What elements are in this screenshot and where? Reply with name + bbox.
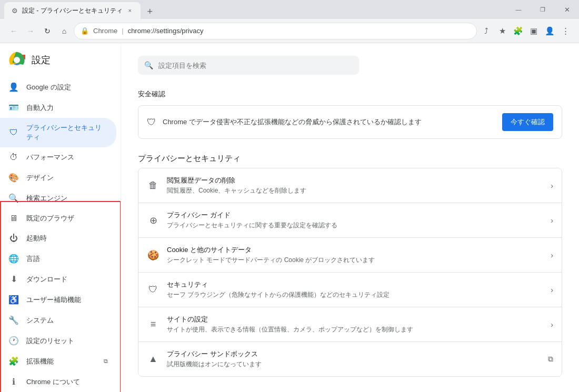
sidebar-header: 設定: [0, 47, 121, 77]
row-icon-privacy-guide: ⊕: [147, 215, 159, 226]
privacy-row-privacy-guide[interactable]: ⊕ プライバシー ガイド プライバシーとセキュリティに関する重要な設定を確認する…: [138, 203, 562, 238]
sidebar-label-download: ダウンロード: [26, 275, 108, 284]
privacy-row-sandbox[interactable]: ▲ プライバシー サンドボックス 試用版機能はオンになっています ⧉: [138, 342, 562, 376]
sidebar-icon-autofill: 🪪: [8, 103, 19, 113]
new-tab-button[interactable]: +: [143, 4, 157, 19]
extensions-button[interactable]: 🧩: [511, 24, 525, 38]
sidebar-label-about: Chrome について: [26, 377, 108, 387]
row-content-cookies: Cookie と他のサイトデータ シークレット モードでサードパーティの Coo…: [167, 245, 543, 265]
row-icon-cookies: 🍪: [147, 249, 159, 261]
share-button[interactable]: ⤴: [479, 24, 494, 38]
sidebar-icon-accessibility: ♿: [8, 295, 19, 305]
omnibox-security-icon: 🔒: [81, 27, 89, 35]
minimize-button[interactable]: —: [506, 0, 531, 19]
restore-button[interactable]: ❐: [531, 0, 555, 19]
sidebar-icon-reset: 🕐: [8, 336, 19, 346]
sidebar-icon-about: ℹ: [8, 377, 19, 387]
sidebar-item-system[interactable]: 🔧 システム: [0, 310, 116, 330]
sidebar-label-search: 検索エンジン: [26, 194, 108, 203]
sidebar-item-reset[interactable]: 🕐 設定のリセット: [0, 330, 116, 351]
sidebar-item-about[interactable]: ℹ Chrome について: [0, 371, 116, 392]
row-title-site-settings: サイトの設定: [167, 315, 543, 324]
sidebar-label-startup: 起動時: [26, 234, 108, 243]
profile-button[interactable]: 👤: [542, 24, 557, 38]
privacy-settings-card: 🗑 閲覧履歴データの削除 閲覧履歴、Cookie、キャッシュなどを削除します ›…: [138, 168, 562, 377]
sidebar-label-google: Google の設定: [26, 83, 108, 92]
row-chevron-sandbox: ⧉: [548, 355, 553, 364]
sidebar-icon-extensions: 🧩: [8, 356, 19, 366]
sidebar-icon-startup: ⏻: [8, 234, 19, 243]
safety-check-button[interactable]: 今すぐ確認: [502, 113, 553, 131]
sidebar-label-system: システム: [26, 316, 108, 325]
tab-favicon: ⚙: [11, 6, 19, 15]
row-title-cookies: Cookie と他のサイトデータ: [167, 245, 543, 255]
safety-shield-icon: 🛡: [147, 117, 156, 128]
row-desc-security: セーフ ブラウジング（危険なサイトからの保護機能）などのセキュリティ設定: [167, 290, 543, 299]
safety-banner: 🛡 Chrome でデータ侵害や不正な拡張機能などの脅威から保護されているか確認…: [138, 105, 562, 139]
toolbar-icons: ⤴ ★ 🧩 ▣ 👤 ⋮: [479, 24, 573, 38]
row-desc-site-settings: サイトが使用、表示できる情報（位置情報、カメラ、ポップアップなど）を制御します: [167, 325, 543, 334]
sidebar-label-browser: 既定のブラウザ: [26, 214, 108, 223]
settings-search-input[interactable]: [158, 62, 353, 69]
split-button[interactable]: ▣: [526, 24, 541, 38]
row-icon-security: 🛡: [147, 284, 159, 295]
forward-button[interactable]: →: [23, 24, 38, 38]
active-tab[interactable]: ⚙ 設定 - プライバシーとセキュリティ ×: [4, 2, 141, 19]
sidebar-item-google[interactable]: 👤 Google の設定: [0, 77, 116, 97]
row-icon-history: 🗑: [147, 180, 159, 191]
row-title-privacy-guide: プライバシー ガイド: [167, 210, 543, 220]
sidebar-item-extensions[interactable]: 🧩 拡張機能 ⧉: [0, 351, 116, 371]
sidebar-item-design[interactable]: 🎨 デザイン: [0, 167, 116, 188]
row-chevron-cookies: ›: [551, 251, 553, 259]
sidebar-label-language: 言語: [26, 254, 108, 264]
tab-close-button[interactable]: ×: [126, 6, 134, 15]
row-chevron-site-settings: ›: [551, 320, 553, 329]
search-icon: 🔍: [144, 61, 153, 69]
omnibox[interactable]: 🔒 Chrome | chrome://settings/privacy: [74, 23, 477, 39]
sidebar-item-search[interactable]: 🔍 検索エンジン: [0, 188, 116, 208]
row-content-privacy-guide: プライバシー ガイド プライバシーとセキュリティに関する重要な設定を確認する: [167, 210, 543, 230]
window-controls: — ❐ ✕: [506, 0, 579, 19]
privacy-row-cookies[interactable]: 🍪 Cookie と他のサイトデータ シークレット モードでサードパーティの C…: [138, 238, 562, 273]
refresh-button[interactable]: ↻: [40, 24, 55, 38]
sidebar-icon-performance: ⏱: [8, 153, 19, 162]
sidebar-item-accessibility[interactable]: ♿ ユーザー補助機能: [0, 289, 116, 310]
sidebar-item-download[interactable]: ⬇ ダウンロード: [0, 269, 116, 289]
sidebar-icon-design: 🎨: [8, 173, 19, 183]
row-title-sandbox: プライバシー サンドボックス: [167, 349, 541, 359]
bookmark-button[interactable]: ★: [495, 24, 510, 38]
sidebar-item-privacy[interactable]: 🛡 プライバシーとセキュリティ: [0, 118, 116, 147]
privacy-row-security[interactable]: 🛡 セキュリティ セーフ ブラウジング（危険なサイトからの保護機能）などのセキュ…: [138, 273, 562, 307]
row-desc-privacy-guide: プライバシーとセキュリティに関する重要な設定を確認する: [167, 221, 543, 230]
row-content-sandbox: プライバシー サンドボックス 試用版機能はオンになっています: [167, 349, 541, 369]
title-bar: ⚙ 設定 - プライバシーとセキュリティ × + — ❐ ✕: [0, 0, 579, 19]
sidebar-label-design: デザイン: [26, 173, 108, 183]
privacy-section-title: プライバシーとセキュリティ: [138, 154, 562, 164]
sidebar-item-language[interactable]: 🌐 言語: [0, 248, 116, 269]
row-chevron-privacy-guide: ›: [551, 216, 553, 225]
settings-search-box[interactable]: 🔍: [138, 56, 359, 75]
sidebar-item-autofill[interactable]: 🪪 自動入力: [0, 97, 116, 118]
chrome-logo: [8, 52, 25, 68]
sidebar-app-title: 設定: [32, 54, 51, 66]
menu-button[interactable]: ⋮: [558, 24, 573, 38]
privacy-row-history[interactable]: 🗑 閲覧履歴データの削除 閲覧履歴、Cookie、キャッシュなどを削除します ›: [138, 168, 562, 203]
home-button[interactable]: ⌂: [57, 24, 72, 38]
toolbar: ← → ↻ ⌂ 🔒 Chrome | chrome://settings/pri…: [0, 19, 579, 43]
row-icon-sandbox: ▲: [147, 354, 159, 365]
sidebar-icon-browser: 🖥: [8, 214, 19, 223]
close-button[interactable]: ✕: [555, 0, 579, 19]
sidebar-icon-privacy: 🛡: [8, 128, 19, 137]
sidebar-items-container: 👤 Google の設定 🪪 自動入力 🛡 プライバシーとセキュリティ ⏱ パフ…: [0, 77, 121, 392]
sidebar-icon-system: 🔧: [8, 315, 19, 325]
sidebar-item-browser[interactable]: 🖥 既定のブラウザ: [0, 208, 116, 228]
back-button[interactable]: ←: [6, 24, 21, 38]
sidebar-item-startup[interactable]: ⏻ 起動時: [0, 228, 116, 248]
omnibox-url: chrome://settings/privacy: [128, 27, 204, 35]
sidebar-label-extensions: 拡張機能: [26, 357, 96, 366]
sidebar-icon-language: 🌐: [8, 254, 19, 264]
main-layout: 設定 👤 Google の設定 🪪 自動入力 🛡 プライバシーとセキュリティ ⏱…: [0, 43, 579, 392]
privacy-row-site-settings[interactable]: ≡ サイトの設定 サイトが使用、表示できる情報（位置情報、カメラ、ポップアップな…: [138, 307, 562, 342]
sidebar-item-performance[interactable]: ⏱ パフォーマンス: [0, 147, 116, 167]
row-desc-sandbox: 試用版機能はオンになっています: [167, 360, 541, 369]
